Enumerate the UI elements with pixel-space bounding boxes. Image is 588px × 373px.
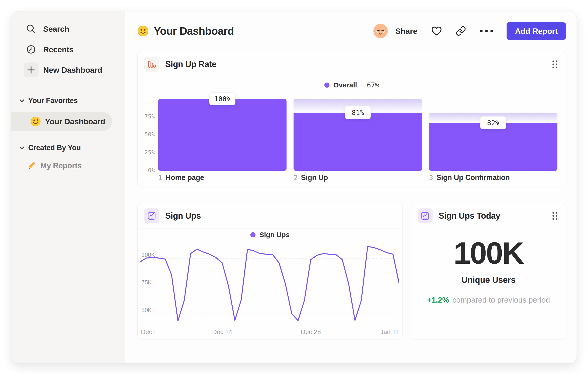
signups-today-card: Sign Ups Today 100K Unique Users +1.2% bbox=[411, 203, 566, 339]
funnel-value-chip: 100% bbox=[209, 92, 235, 105]
kpi-delta: +1.2% bbox=[427, 296, 449, 304]
line-legend[interactable]: Sign Ups bbox=[138, 229, 402, 241]
funnel-y-axis: 75%50%25%0% bbox=[138, 99, 158, 171]
legend-label: Sign Ups bbox=[259, 231, 290, 239]
signups-today-card-header: Sign Ups Today bbox=[411, 203, 566, 229]
more-options-icon[interactable] bbox=[480, 29, 494, 33]
sidebar-item-recents[interactable]: Recents bbox=[11, 41, 125, 58]
line-chart[interactable]: 100K75K50K bbox=[140, 243, 399, 325]
legend-dot bbox=[250, 232, 255, 237]
sidebar-item-label: My Reports bbox=[40, 161, 82, 170]
card-title: Sign Ups bbox=[165, 211, 201, 221]
legend-separator: · bbox=[361, 81, 363, 89]
drag-handle-icon[interactable] bbox=[552, 60, 558, 69]
funnel-bar[interactable]: 81% bbox=[294, 99, 422, 171]
funnel-legend[interactable]: Overall · 67% bbox=[138, 77, 566, 93]
section-your-favorites[interactable]: Your Favorites bbox=[11, 95, 125, 107]
legend-value: 67% bbox=[367, 81, 379, 89]
funnel-bar[interactable]: 100% bbox=[158, 99, 286, 171]
sidebar-item-search[interactable]: Search bbox=[11, 21, 125, 37]
chevron-down-icon bbox=[19, 99, 24, 102]
section-created-by-you[interactable]: Created By You bbox=[11, 142, 125, 154]
smiley-emoji-icon bbox=[137, 25, 149, 37]
y-axis-tick: 0% bbox=[148, 167, 155, 174]
sidebar-item-label: Your Dashboard bbox=[45, 117, 105, 126]
card-title: Sign Ups Today bbox=[439, 211, 500, 221]
funnel-chart-icon bbox=[144, 57, 159, 72]
funnel-bar[interactable]: 82% bbox=[429, 99, 557, 171]
section-title: Your Favorites bbox=[28, 97, 78, 105]
funnel-chart: 75%50%25%0% 100%81%82% bbox=[138, 99, 566, 171]
drag-handle-icon[interactable] bbox=[552, 211, 558, 221]
smiley-emoji-icon bbox=[31, 116, 41, 127]
chevron-down-icon bbox=[19, 146, 24, 150]
funnel-value-chip: 82% bbox=[480, 116, 506, 129]
favorite-heart-icon[interactable] bbox=[431, 26, 442, 36]
funnel-step-label: 2Sign Up bbox=[294, 173, 422, 182]
signup-rate-card-header: Sign Up Rate bbox=[138, 51, 566, 77]
sidebar-item-your-dashboard[interactable]: Your Dashboard bbox=[11, 112, 112, 131]
app-window: Search Recents New Dashboard bbox=[11, 11, 577, 364]
y-axis-tick: 100K bbox=[141, 252, 155, 258]
header-actions: Share bbox=[373, 22, 566, 40]
line-chart-icon bbox=[144, 208, 159, 223]
sidebar-item-label: Search bbox=[43, 24, 69, 34]
page-title: Your Dashboard bbox=[154, 25, 234, 37]
sidebar-item-label: Recents bbox=[43, 45, 74, 54]
kpi-body: 100K Unique Users +1.2% compared to prev… bbox=[411, 229, 566, 304]
y-axis-tick: 50K bbox=[141, 307, 152, 313]
sidebar: Search Recents New Dashboard bbox=[11, 11, 125, 363]
y-axis-tick: 50% bbox=[144, 131, 155, 138]
section-title: Created By You bbox=[28, 144, 81, 152]
x-axis-tick: Dec1 bbox=[141, 328, 156, 336]
kpi-label: Unique Users bbox=[461, 275, 515, 285]
legend-label: Overall bbox=[333, 81, 357, 89]
funnel-bars: 100%81%82% bbox=[158, 99, 557, 171]
sidebar-item-new-dashboard[interactable]: New Dashboard bbox=[11, 62, 125, 78]
signups-card-header: Sign Ups bbox=[138, 203, 402, 229]
x-axis-tick: Dec 14 bbox=[212, 328, 232, 336]
search-icon bbox=[24, 21, 39, 36]
signups-card: Sign Ups Sign Ups 100K75K50K Dec1Dec 14D… bbox=[137, 203, 403, 339]
y-axis-tick: 75% bbox=[144, 113, 155, 120]
line-x-labels: Dec1Dec 14Dec 28Jan 11 bbox=[140, 328, 399, 335]
pencil-emoji-icon bbox=[26, 161, 37, 171]
funnel-x-labels: 1Home page2Sign Up3Sign Up Confirmation bbox=[138, 171, 566, 182]
avatar[interactable] bbox=[373, 24, 388, 38]
add-report-button[interactable]: Add Report bbox=[507, 22, 566, 40]
kpi-delta-note: compared to previous period bbox=[452, 296, 550, 304]
y-axis-tick: 25% bbox=[144, 149, 155, 156]
funnel-step-label: 3Sign Up Confirmation bbox=[429, 173, 557, 182]
y-axis-tick: 75K bbox=[141, 279, 152, 286]
funnel-value-chip: 81% bbox=[345, 106, 371, 119]
signup-rate-card: Sign Up Rate Overall · 67% 75%50%25%0% 1… bbox=[137, 51, 566, 186]
sidebar-item-my-reports[interactable]: My Reports bbox=[11, 158, 125, 173]
main-content: Your Dashboard Share bbox=[125, 11, 577, 363]
x-axis-tick: Jan 11 bbox=[380, 328, 399, 336]
share-button[interactable]: Share bbox=[395, 27, 417, 36]
line-chart-icon bbox=[418, 208, 433, 223]
x-axis-tick: Dec 28 bbox=[301, 328, 321, 336]
sidebar-item-label: New Dashboard bbox=[43, 66, 102, 75]
legend-dot bbox=[324, 82, 329, 88]
copy-link-icon[interactable] bbox=[456, 26, 466, 36]
plus-icon bbox=[24, 62, 39, 77]
card-title: Sign Up Rate bbox=[165, 60, 216, 69]
clock-icon bbox=[24, 42, 39, 57]
page-header: Your Dashboard Share bbox=[137, 22, 566, 40]
kpi-value: 100K bbox=[454, 238, 524, 269]
funnel-step-label: 1Home page bbox=[158, 173, 286, 182]
